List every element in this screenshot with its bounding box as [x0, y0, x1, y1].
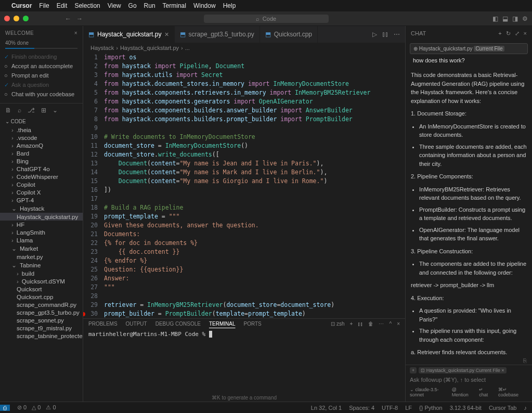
code-line[interactable]: Document(content="My name is Jean and I …	[104, 159, 405, 168]
code-line[interactable]	[104, 195, 405, 203]
line-number[interactable]: 10	[83, 133, 98, 141]
code-line[interactable]: from haystack.utils import Secret	[104, 71, 405, 80]
close-panel-icon[interactable]: ×	[397, 321, 400, 327]
code-line[interactable]: from haystack.components.builders.prompt…	[104, 115, 405, 124]
folder-item[interactable]: HF	[0, 221, 83, 228]
extensions-icon[interactable]: ⊞	[41, 107, 46, 114]
panel-tab-debug-console[interactable]: DEBUG CONSOLE	[155, 321, 201, 327]
folder-item[interactable]: Market	[0, 244, 83, 253]
welcome-close-icon[interactable]: ×	[74, 30, 77, 36]
nav-back-icon[interactable]: ←	[65, 15, 71, 22]
code-line[interactable]: {% endfor %}	[104, 256, 405, 265]
code-line[interactable]: import os	[104, 53, 405, 62]
file-item[interactable]: scrape_t9_mistral.py	[0, 324, 83, 332]
line-number[interactable]: 25	[83, 265, 98, 274]
line-number[interactable]: 28	[83, 292, 98, 301]
status-item[interactable]: △ 0	[32, 404, 41, 411]
folder-item[interactable]: Haystack	[0, 204, 83, 213]
welcome-item[interactable]: Accept an autocomplete	[0, 61, 83, 71]
panel-tab-terminal[interactable]: TERMINAL	[209, 321, 236, 327]
code-line[interactable]: {% for doc in documents %}	[104, 239, 405, 248]
more-actions-icon[interactable]: ⋯	[394, 31, 400, 38]
breadcrumb-segment[interactable]: ›	[181, 45, 183, 51]
menu-help[interactable]: Help	[223, 2, 236, 9]
maximize-panel-icon[interactable]: ^	[389, 321, 392, 327]
line-number[interactable]: 12	[83, 150, 98, 159]
code-line[interactable]: Document(content="My name is Mark and I …	[104, 168, 405, 177]
menu-file[interactable]: File	[39, 2, 49, 9]
split-terminal-icon[interactable]: ⫿⫿	[358, 321, 363, 327]
status-item[interactable]: Ln 32, Col 1	[311, 405, 342, 411]
file-item[interactable]: scrape_gpt3.5_turbo.py	[0, 308, 83, 316]
line-number[interactable]: 8	[83, 115, 98, 124]
code-line[interactable]: # Write documents to InMemoryDocumentSto…	[104, 133, 405, 141]
code-editor[interactable]: 1234567891011121314151617181920212223242…	[83, 53, 405, 318]
chat-submit-button[interactable]: ↵ chat	[479, 387, 493, 397]
folder-item[interactable]: .vscode	[0, 134, 83, 141]
menu-view[interactable]: View	[108, 2, 121, 9]
split-editor-icon[interactable]: ⫿⫿	[382, 31, 388, 38]
source-control-icon[interactable]: ⎇	[28, 107, 35, 114]
status-item[interactable]: Spaces: 4	[349, 405, 374, 411]
terminal[interactable]: martinheller@Martins-M1-MBP Code % .	[83, 329, 405, 394]
code-line[interactable]: prompt_template = """	[104, 212, 405, 221]
folder-item[interactable]: build	[0, 269, 83, 277]
breadcrumb-segment[interactable]: ›	[116, 45, 118, 51]
folder-item[interactable]: Bing	[0, 157, 83, 165]
folder-item[interactable]: Bard	[0, 149, 83, 157]
status-item[interactable]: ⚠ 0	[46, 404, 56, 411]
file-item[interactable]: scrape_commandR.py	[0, 301, 83, 308]
line-number[interactable]: 9	[83, 124, 98, 133]
folder-item[interactable]: Tabnine	[0, 261, 83, 269]
file-item[interactable]: scrape_sonnet.py	[0, 316, 83, 324]
close-chat-icon[interactable]: ×	[524, 30, 527, 37]
more-icon[interactable]: ⌄	[53, 107, 58, 114]
maximize-window-button[interactable]	[23, 16, 29, 21]
code-line[interactable]: document_store.write_documents([	[104, 150, 405, 159]
status-item[interactable]: ⊘ 0	[17, 404, 27, 411]
folder-item[interactable]: LangSmith	[0, 228, 83, 236]
status-item[interactable]: Cursor Tab	[489, 405, 517, 411]
search-sidebar-icon[interactable]: ⌕	[18, 107, 21, 114]
line-number[interactable]: 5	[83, 88, 98, 97]
layout-left-icon[interactable]: ◧	[492, 15, 498, 22]
chat-context-pill[interactable]: ⊕ Haystack_quickstart.py Current File	[410, 43, 528, 54]
menu-edit[interactable]: Edit	[57, 2, 68, 9]
file-item[interactable]: Quicksort.cpp	[0, 293, 83, 301]
code-line[interactable]: document_store = InMemoryDocumentStore()	[104, 141, 405, 150]
line-number[interactable]: 13	[83, 159, 98, 168]
layout-right-icon[interactable]: ◨	[512, 15, 518, 22]
line-number[interactable]: 29	[83, 301, 98, 309]
code-line[interactable]	[104, 292, 405, 301]
model-selector[interactable]: ⌄ claude-3.5-sonnet	[410, 387, 452, 397]
chat-history-icon[interactable]: ↻	[506, 30, 511, 37]
line-number[interactable]: 14	[83, 168, 98, 177]
code-line[interactable]: Answer:	[104, 274, 405, 283]
code-line[interactable]: Question: {{question}}	[104, 265, 405, 274]
panel-more-icon[interactable]: ⋯	[379, 321, 384, 327]
panel-tab-output[interactable]: OUTPUT	[126, 321, 147, 327]
code-line[interactable]: from haystack.components.generators impo…	[104, 97, 405, 106]
breadcrumb-segment[interactable]: Haystack	[90, 45, 114, 51]
file-item[interactable]: market.py	[0, 253, 83, 261]
code-line[interactable]: Given these documents, answer the questi…	[104, 221, 405, 230]
code-line[interactable]: from haystack.components.builders.answer…	[104, 106, 405, 115]
code-line[interactable]: {{ doc.content }}	[104, 248, 405, 256]
status-item[interactable]: UTF-8	[382, 405, 398, 411]
line-number[interactable]: 18	[83, 203, 98, 212]
explorer-section-label[interactable]: ⌄ CODE	[0, 117, 83, 126]
input-context-file[interactable]: ⊡ Haystack_quickstart.py Current File ×	[419, 367, 506, 373]
folder-item[interactable]: .theia	[0, 126, 83, 134]
status-item[interactable]: 3.12.3 64-bit	[450, 405, 482, 411]
editor-tab[interactable]: ⬒scrape_gpt3.5_turbo.py	[175, 26, 260, 43]
menu-window[interactable]: Window	[193, 2, 216, 9]
code-line[interactable]	[104, 124, 405, 133]
line-number[interactable]: 15	[83, 177, 98, 186]
code-line[interactable]: ])	[104, 186, 405, 195]
chat-input[interactable]	[410, 376, 528, 384]
folder-item[interactable]: Quicksort.dSYM	[0, 277, 83, 285]
line-number[interactable]: 17	[83, 195, 98, 203]
remote-indicator[interactable]: ⎙	[0, 405, 10, 411]
file-item[interactable]: Haystack_quickstart.py	[0, 213, 83, 221]
menu-selection[interactable]: Selection	[74, 2, 100, 9]
